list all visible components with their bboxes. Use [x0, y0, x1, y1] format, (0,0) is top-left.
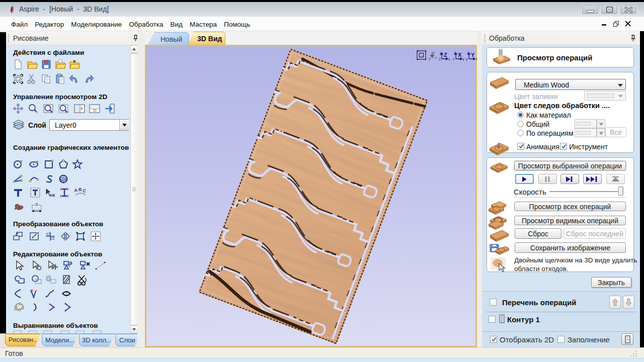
svg-text:B: B: [78, 187, 82, 192]
svg-text:AB: AB: [49, 193, 55, 198]
svg-text:2: 2: [467, 51, 469, 55]
svg-text:x: x: [453, 57, 455, 61]
svg-text:Y: Y: [471, 52, 475, 58]
svg-text:y: y: [429, 57, 431, 61]
svg-text:y: y: [462, 57, 464, 61]
svg-text:z: z: [433, 51, 435, 54]
svg-text:y: y: [466, 57, 468, 61]
svg-text:2: 2: [439, 57, 441, 61]
svg-text:X: X: [458, 52, 462, 58]
svg-text:x: x: [435, 56, 437, 59]
svg-text:A: A: [74, 188, 78, 193]
svg-text:?: ?: [35, 202, 38, 207]
svg-text:Z: Z: [444, 52, 447, 58]
svg-text:2: 2: [454, 51, 456, 55]
svg-text:C: C: [83, 188, 87, 194]
svg-text:y: y: [440, 51, 442, 55]
svg-text:x: x: [448, 57, 450, 61]
